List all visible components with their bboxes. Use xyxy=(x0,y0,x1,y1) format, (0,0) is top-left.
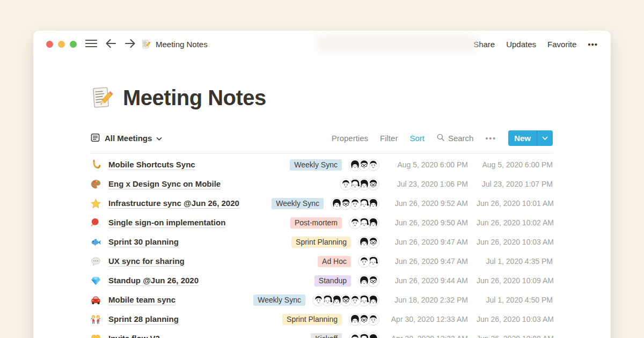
attendee-avatars xyxy=(349,313,379,326)
meeting-title-link[interactable]: Single sign-on implementation xyxy=(108,218,225,228)
search-label: Search xyxy=(448,134,474,143)
table-row[interactable]: Sprint 30 planning Sprint Planning Jun 2… xyxy=(90,232,553,252)
attendee-avatars xyxy=(312,294,379,306)
close-window-button[interactable] xyxy=(46,41,53,48)
table-row[interactable]: Infrastructure sync @Jun 26, 2020 Weekly… xyxy=(90,194,553,213)
gem-icon xyxy=(90,275,101,286)
back-button[interactable] xyxy=(105,39,116,50)
last-edited-time: Aug 5, 2020 6:00 PM xyxy=(477,160,553,169)
filter-button[interactable]: Filter xyxy=(380,134,398,143)
meeting-title-link[interactable]: UX sync for sharing xyxy=(108,256,185,267)
last-edited-time: Jun 26, 2020 10:03 AM xyxy=(477,315,553,324)
new-button-label: New xyxy=(508,130,537,146)
new-button[interactable]: New xyxy=(508,130,553,146)
window-controls xyxy=(46,41,77,48)
tag-pill: Weekly Sync xyxy=(253,295,305,306)
attendee-avatars xyxy=(349,159,379,171)
sort-button[interactable]: Sort xyxy=(409,134,425,143)
chevron-down-icon xyxy=(156,134,162,143)
avatar xyxy=(358,275,370,287)
view-selector-label: All Meetings xyxy=(105,134,152,143)
created-time: Jun 26, 2020 9:50 AM xyxy=(387,218,468,227)
last-edited-time: Jul 23, 2020 1:07 PM xyxy=(477,180,553,188)
breadcrumb[interactable]: Meeting Notes xyxy=(141,39,208,49)
zoom-window-button[interactable] xyxy=(70,41,77,48)
table-row[interactable]: UX sync for sharing Ad Hoc Jun 26, 2020 … xyxy=(90,252,553,271)
search-icon xyxy=(436,133,445,143)
table-row[interactable]: Sprint 28 planning Sprint Planning Apr 3… xyxy=(90,310,553,329)
forward-button[interactable] xyxy=(125,39,136,50)
yellow-heart-icon xyxy=(90,333,101,338)
table-row[interactable]: Eng x Design Sync on Mobile Jul 23, 2020… xyxy=(90,174,553,194)
properties-button[interactable]: Properties xyxy=(332,134,368,143)
created-time: Apr 30, 2020 12:33 AM xyxy=(387,315,468,324)
search-button[interactable]: Search xyxy=(436,133,474,143)
meeting-title-link[interactable]: Standup @Jun 26, 2020 xyxy=(108,276,199,286)
window-titlebar: Meeting Notes Share Updates Favorite ••• xyxy=(33,31,611,57)
notion-window: Meeting Notes Share Updates Favorite •••… xyxy=(33,31,611,338)
table-row[interactable]: Mobile Shortcuts Sync Weekly Sync Aug 5,… xyxy=(90,155,553,174)
memo-icon xyxy=(141,39,151,49)
tag-pill: Post-mortem xyxy=(290,217,342,229)
minimize-window-button[interactable] xyxy=(58,41,65,48)
attendee-avatars xyxy=(358,255,379,268)
more-options-button[interactable]: ••• xyxy=(588,40,598,49)
avatar xyxy=(349,217,361,229)
attendee-avatars xyxy=(331,197,379,210)
speech-balloon-icon xyxy=(90,256,101,267)
table-row[interactable]: Invite flow V3 Kickoff Apr 30, 2020 12:3… xyxy=(90,329,553,338)
memo-icon xyxy=(90,85,115,110)
avatar xyxy=(349,313,361,326)
dancers-icon xyxy=(90,314,101,325)
tag-pill: Weekly Sync xyxy=(272,198,324,209)
meetings-table: Mobile Shortcuts Sync Weekly Sync Aug 5,… xyxy=(90,155,553,338)
forward-arrow-icon xyxy=(125,39,136,50)
car-icon xyxy=(90,295,101,306)
chevron-down-icon[interactable] xyxy=(537,130,553,146)
meeting-title-link[interactable]: Mobile team sync xyxy=(108,295,175,305)
last-edited-time: Jul 1, 2020 4:50 PM xyxy=(477,296,553,304)
avatar xyxy=(358,236,370,248)
updates-button[interactable]: Updates xyxy=(506,40,536,49)
attendee-avatars xyxy=(358,236,379,248)
tag-pill: Standup xyxy=(314,275,351,286)
list-view-icon xyxy=(90,133,100,144)
created-time: Jun 18, 2020 2:32 PM xyxy=(387,296,468,304)
erased-region-artifact xyxy=(317,35,478,52)
meeting-title-link[interactable]: Infrastructure sync @Jun 26, 2020 xyxy=(108,199,239,209)
meeting-title-link[interactable]: Mobile Shortcuts Sync xyxy=(108,160,195,170)
meeting-title-link[interactable]: Eng x Design Sync on Mobile xyxy=(108,179,221,189)
sidebar-menu-button[interactable] xyxy=(85,39,97,50)
table-row[interactable]: Standup @Jun 26, 2020 Standup Jun 26, 20… xyxy=(90,271,553,290)
avatar xyxy=(349,333,361,338)
favorite-button[interactable]: Favorite xyxy=(547,40,576,49)
avatar xyxy=(331,197,343,210)
view-toolbar: All Meetings Properties Filter Sort Sear… xyxy=(90,130,553,153)
view-more-button[interactable]: ••• xyxy=(485,134,496,143)
tag-pill: Sprint Planning xyxy=(291,237,351,248)
meeting-title-link[interactable]: Invite flow V3 xyxy=(108,334,160,338)
table-row[interactable]: Single sign-on implementation Post-morte… xyxy=(90,213,553,232)
hamburger-icon xyxy=(85,39,97,50)
meeting-title-link[interactable]: Sprint 28 planning xyxy=(108,314,179,325)
last-edited-time: Jun 26, 2020 10:09 AM xyxy=(477,334,553,338)
created-time: Jun 26, 2020 9:52 AM xyxy=(387,199,468,208)
page-header: Meeting Notes xyxy=(90,85,553,110)
table-row[interactable]: Mobile team sync Weekly Sync Jun 18, 202… xyxy=(90,290,553,310)
avatar xyxy=(340,178,352,190)
tag-pill: Kickoff xyxy=(311,333,342,338)
avatar xyxy=(358,255,370,268)
created-time: Jun 26, 2020 9:47 AM xyxy=(387,238,468,246)
created-time: Apr 30, 2020 12:32 AM xyxy=(387,334,468,338)
breadcrumb-title: Meeting Notes xyxy=(156,40,208,49)
page-title: Meeting Notes xyxy=(123,86,266,110)
created-time: Jul 23, 2020 1:06 PM xyxy=(387,180,468,188)
star-icon xyxy=(90,198,101,209)
view-selector[interactable]: All Meetings xyxy=(90,133,162,144)
palette-icon xyxy=(90,179,101,190)
attendee-avatars xyxy=(358,275,379,287)
last-edited-time: Jun 26, 2020 10:01 AM xyxy=(477,199,553,208)
meeting-title-link[interactable]: Sprint 30 planning xyxy=(108,237,179,247)
last-edited-time: Jun 26, 2020 10:09 AM xyxy=(477,276,553,285)
back-arrow-icon xyxy=(105,39,116,50)
